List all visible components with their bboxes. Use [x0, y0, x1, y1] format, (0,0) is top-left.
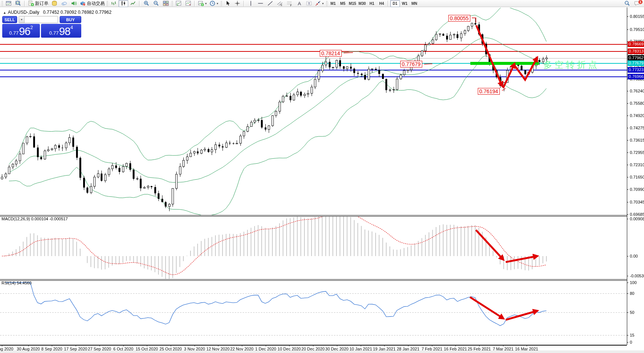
price-axis-tick-mark [627, 29, 628, 30]
price-line-0.77323 [0, 70, 627, 70]
date-label: 1 Dec 2020 [255, 347, 276, 351]
volume-decrease-button[interactable]: ▼ [19, 16, 25, 23]
price-axis-line [627, 7, 627, 345]
date-tick [52, 345, 52, 346]
tile-windows-icon[interactable] [161, 0, 171, 7]
trendline-icon [267, 0, 273, 6]
timeframe-h1-button[interactable]: H1 [367, 0, 377, 7]
arrows-tool-icon [315, 0, 321, 6]
equidistant-channel-icon[interactable]: E [275, 0, 285, 7]
price-badge-0.76966: 0.76966 [628, 74, 644, 79]
date-label: 10 Dec 2020 [278, 347, 301, 351]
vertical-line-icon[interactable] [246, 0, 256, 7]
price-line-0.77962 [0, 58, 627, 59]
date-tick [242, 345, 242, 346]
chart-shift-icon[interactable] [183, 0, 193, 7]
periods-button[interactable]: ▼ [208, 0, 220, 7]
timeframe-m1-button[interactable]: M1 [328, 0, 338, 7]
trendline-icon[interactable] [265, 0, 275, 7]
rsi-axis-tick-mark [627, 342, 628, 343]
timeframe-m5-button[interactable]: M5 [338, 0, 348, 7]
timeframe-m15-button[interactable]: M15 [348, 0, 357, 7]
text-tool-icon[interactable]: A [294, 0, 304, 7]
rsi-axis-tick-mark [627, 335, 628, 335]
buy-price-button[interactable]: 0.77 98 4 [41, 24, 81, 38]
fibonacci-icon: F [287, 0, 293, 6]
rsi-axis-tick-label: 80 [630, 291, 634, 296]
date-tick [171, 345, 171, 346]
chart-title: ▲AUDUSD-,Daily0.77452 0.78092 0.76982 0.… [3, 10, 111, 15]
price-axis-tick-label: 0.74920 [630, 113, 644, 118]
date-label: 30 Aug 2020 [17, 347, 40, 351]
date-label: 3 Nov 2020 [184, 347, 205, 351]
price-callout-0.78214: 0.78214 [320, 50, 342, 57]
date-label: 19 Jan 2021 [373, 347, 396, 351]
crosshair-icon [234, 0, 240, 6]
date-label: 28 Jan 2021 [397, 347, 420, 351]
price-axis-tick-label: 0.73615 [630, 138, 644, 142]
candlestick-chart-icon[interactable] [119, 0, 128, 7]
buy-price-prefix: 0.77 [49, 29, 59, 37]
price-axis-tick-mark [627, 202, 628, 202]
dropdown-caret-icon: ▼ [322, 2, 324, 5]
timeframe-w1-button[interactable]: W1 [400, 0, 410, 7]
chart-profile-icon[interactable] [13, 0, 23, 7]
signals-icon[interactable] [69, 0, 79, 7]
rsi-label: RSI(14) 54.4560 [1, 281, 32, 285]
fibonacci-icon[interactable]: F [285, 0, 294, 7]
date-tick [527, 345, 527, 346]
macd-separator[interactable] [0, 215, 627, 215]
timeframe-mn-button[interactable]: MN [410, 0, 419, 7]
rsi-separator[interactable] [0, 279, 627, 280]
history-center-icon[interactable] [50, 0, 59, 7]
toolbar-grip[interactable] [326, 1, 328, 6]
date-label: 17 Sep 2020 [64, 347, 87, 351]
zoom-in-icon[interactable] [142, 0, 151, 7]
rsi-axis-tick-label: 15 [630, 333, 634, 337]
sell-button[interactable]: SELL [2, 16, 17, 23]
price-line-0.76966 [0, 76, 627, 77]
arrows-tool-icon[interactable]: ▼ [314, 0, 325, 7]
cursor-icon[interactable] [223, 0, 233, 7]
macd-label: MACD(12,26,9) 0.000104 -0.000517 [1, 217, 68, 221]
auto-scroll-icon[interactable] [174, 0, 183, 7]
autotrading-button[interactable]: 自动交易 [79, 0, 106, 7]
price-axis-tick-mark [627, 177, 628, 177]
date-tick [432, 345, 432, 346]
timeframe-label: D1 [392, 1, 397, 6]
toolbar-grip[interactable] [1, 1, 3, 6]
timeframe-label: MN [411, 1, 417, 6]
chart-window-icon[interactable] [4, 0, 13, 7]
news-icon[interactable] [59, 0, 69, 7]
zoom-out-icon[interactable] [151, 0, 161, 7]
chart-profile-icon [15, 0, 21, 6]
toolbar-grip[interactable] [171, 1, 173, 6]
sell-price-prefix: 0.77 [9, 29, 19, 37]
sell-price-button[interactable]: 0.77 96 2 [2, 24, 40, 38]
toolbar-grip[interactable] [221, 1, 222, 6]
timeframe-d1-button[interactable]: D1 [390, 0, 400, 7]
timeframe-m30-button[interactable]: M30 [357, 0, 367, 7]
date-label: 8 Sep 2020 [41, 347, 62, 351]
horizontal-line-icon[interactable] [256, 0, 265, 7]
buy-button[interactable]: BUY [60, 16, 81, 23]
volume-input[interactable] [25, 16, 58, 23]
add-indicator-button[interactable]: ▼ [197, 0, 208, 7]
timeframe-h4-button[interactable]: H4 [377, 0, 386, 7]
price-axis-tick-label: 0.75580 [630, 101, 644, 105]
line-chart-icon[interactable] [128, 0, 138, 7]
search-icon[interactable] [622, 0, 632, 7]
mt4-window: 新订单自动交易▼▼EFAT▼M1M5M15M30H1H4D1W1MN1 ▲AUD… [0, 0, 644, 353]
new-order-button[interactable]: 新订单 [27, 0, 50, 7]
crosshair-icon[interactable] [233, 0, 242, 7]
bar-chart-icon [111, 0, 117, 6]
bar-chart-icon[interactable] [109, 0, 119, 7]
label-tool-icon[interactable]: T [304, 0, 314, 7]
notifications-icon[interactable]: 1 [632, 0, 642, 7]
price-axis-tick-mark [627, 140, 628, 141]
date-tick [289, 345, 290, 346]
periods-icon [209, 0, 215, 6]
price-axis-tick-mark [627, 152, 628, 153]
price-axis-tick-mark [627, 116, 628, 116]
toolbar-grip[interactable] [107, 1, 108, 6]
